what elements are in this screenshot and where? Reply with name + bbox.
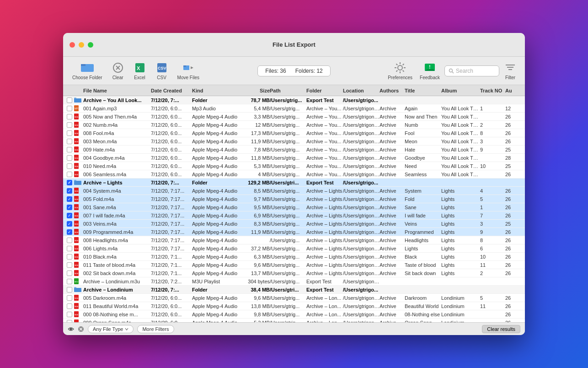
cell-location: /Users/gtrigona...	[343, 312, 380, 317]
cell-title: Black	[405, 254, 441, 260]
choose-folder-label: Choose Folder	[72, 75, 102, 80]
table-row[interactable]: M4A006 Lights.m4a7/12/20, 7:17...Apple M…	[63, 244, 525, 253]
file-icon	[74, 97, 82, 103]
cell-date: 7/12/20, 6:0...	[151, 172, 192, 177]
table-row[interactable]: M4A000 Organ Song.m4a7/12/20, 6:0...Appl…	[63, 319, 525, 322]
move-files-button[interactable]: Move Files	[174, 60, 203, 82]
table-row[interactable]: M4A004 Goodbye.m4a7/12/20, 6:0...Apple M…	[63, 154, 525, 162]
row-checkbox[interactable]: ✓	[67, 188, 72, 194]
table-row[interactable]: M4A010 Black.m4a7/12/20, 7:1...Apple Mpe…	[63, 253, 525, 261]
row-checkbox[interactable]	[67, 271, 72, 276]
choose-folder-button[interactable]: Choose Folder	[69, 60, 106, 82]
row-checkbox[interactable]	[67, 172, 72, 177]
row-checkbox[interactable]	[67, 287, 72, 292]
table-row[interactable]: M4A003 Meon.m4a7/12/20, 6:0...Apple Mpeg…	[63, 137, 525, 146]
cell-title: Fold	[405, 196, 441, 202]
row-checkbox[interactable]	[67, 163, 72, 169]
table-row[interactable]: M4A008 Headlights.m4a7/12/20, 7:17...App…	[63, 236, 525, 244]
header-filename: File Name	[83, 88, 151, 93]
row-checkbox[interactable]	[67, 279, 72, 284]
table-row[interactable]: M4A008 Fool.m4a7/12/20, 6:0...Apple Mpeg…	[63, 129, 525, 137]
row-checkbox[interactable]	[67, 238, 72, 243]
cell-album: Lights	[441, 238, 480, 243]
table-row[interactable]: ✓M4A007 I will fade.m4a7/12/20, 7:17...A…	[63, 211, 525, 220]
cell-filename: Archive – You All Look...	[83, 97, 151, 103]
cell-folder: Export Test	[306, 287, 343, 292]
more-filters-button[interactable]: More Filters	[137, 325, 174, 333]
table-row[interactable]: M3UArchive – Londinium.m3u7/12/20, 7:2..…	[63, 277, 525, 286]
table-row[interactable]: M4A002 Numb.m4a7/12/20, 6:0...Apple Mpeg…	[63, 121, 525, 129]
table-row[interactable]: ✓M4A009 Programmed.m4a7/12/20, 7:17...Ap…	[63, 228, 525, 236]
row-checkbox[interactable]	[67, 303, 72, 309]
search-box[interactable]: Search	[444, 65, 499, 76]
row-checkbox[interactable]: ✓	[67, 205, 72, 210]
row-checkbox[interactable]: ✓	[67, 196, 72, 202]
table-body[interactable]: Archive – You All Look...7/12/20, 7:...F…	[63, 96, 525, 322]
cell-size: 17,3 MB	[242, 130, 270, 136]
file-type-filter[interactable]: Any File Type	[88, 325, 134, 333]
table-row[interactable]: ✓Archive – Lights7/12/20, 7:...Folder129…	[63, 179, 525, 187]
cell-au: 26	[505, 295, 519, 301]
row-checkbox[interactable]	[67, 114, 72, 119]
table-row[interactable]: M4A010 Need.m4a7/12/20, 6:0...Apple Mpeg…	[63, 162, 525, 170]
clear-button[interactable]: Clear	[108, 60, 128, 82]
row-checkbox[interactable]	[67, 97, 72, 103]
filter-button[interactable]: Filter	[501, 60, 519, 81]
row-checkbox[interactable]: ✓	[67, 229, 72, 235]
row-checkbox[interactable]: ✓	[67, 213, 72, 218]
table-row[interactable]: ✓M4A001 Sane.m4a7/12/20, 7:17...Apple Mp…	[63, 203, 525, 211]
table-row[interactable]: M4A006 Seamless.m4a7/12/20, 6:0...Apple …	[63, 170, 525, 179]
close-filter-icon[interactable]	[78, 326, 84, 332]
cell-album: Lights	[441, 246, 480, 251]
row-checkbox[interactable]	[67, 155, 72, 161]
table-row[interactable]: M4A009 Hate.m4a7/12/20, 6:0...Apple Mpeg…	[63, 146, 525, 154]
cell-folder: Export Test	[306, 279, 343, 284]
svg-text:M4A: M4A	[75, 305, 79, 308]
preferences-button[interactable]: Preferences	[385, 60, 415, 81]
row-checkbox[interactable]	[67, 295, 72, 301]
row-checkbox[interactable]	[67, 262, 72, 268]
table-row[interactable]: MP3001 Again.mp37/12/20, 6:0...Mp3 Audio…	[63, 104, 525, 113]
row-checkbox[interactable]	[67, 312, 72, 317]
cell-size: 9,6 MB	[242, 295, 270, 301]
row-checkbox[interactable]	[67, 106, 72, 111]
row-checkbox[interactable]: ✓	[67, 221, 72, 227]
table-row[interactable]: M4A011 Taste of blood.m4a7/12/20, 7:1...…	[63, 261, 525, 269]
table-row[interactable]: Archive – Londinium7/12/20, 7:...Folder3…	[63, 286, 525, 294]
clear-results-button[interactable]: Clear results	[482, 325, 520, 333]
cell-date: 7/12/20, 7:17...	[151, 238, 192, 243]
table-row[interactable]: M4A005 Darkroom.m4a7/12/20, 6:0...Apple …	[63, 294, 525, 302]
table-row[interactable]: M4A000 08-Nothing else m...7/12/20, 6:0.…	[63, 310, 525, 319]
cell-path: /Users/gtrig...	[270, 262, 306, 268]
cell-album: You All Look The S...	[441, 147, 480, 152]
row-checkbox[interactable]: ✓	[67, 180, 72, 185]
minimize-button[interactable]	[79, 42, 84, 48]
cell-date: 7/12/20, 6:0...	[151, 122, 192, 128]
table-row[interactable]: M4A002 Sit back down.m4a7/12/20, 7:1...A…	[63, 269, 525, 277]
table-row[interactable]: ✓M4A003 Veins.m4a7/12/20, 7:17...Apple M…	[63, 220, 525, 228]
table-row[interactable]: ✓M4A005 Fold.m4a7/12/20, 7:17...Apple Mp…	[63, 195, 525, 203]
feedback-button[interactable]: ! Feedback	[417, 60, 443, 81]
row-checkbox[interactable]	[67, 254, 72, 260]
table-row[interactable]: M4A011 Beautiful World.m4a7/12/20, 6:0..…	[63, 302, 525, 310]
file-icon: M4A	[74, 171, 82, 177]
cell-track: 11	[480, 303, 505, 309]
svg-text:M4A: M4A	[75, 215, 79, 217]
table-row[interactable]: ✓M4A004 System.m4a7/12/20, 7:17...Apple …	[63, 187, 525, 195]
fullscreen-button[interactable]	[88, 42, 93, 48]
cell-folder: Archive – Lights	[306, 262, 343, 268]
row-checkbox[interactable]	[67, 139, 72, 144]
close-button[interactable]	[69, 42, 75, 48]
csv-button[interactable]: CSV CSV	[152, 60, 172, 82]
cell-path: /Users/gtrig...	[270, 163, 306, 169]
cell-folder: Archive – Lights	[306, 221, 343, 227]
row-checkbox[interactable]	[67, 246, 72, 251]
table-row[interactable]: Archive – You All Look...7/12/20, 7:...F…	[63, 96, 525, 104]
row-checkbox[interactable]	[67, 147, 72, 152]
table-row[interactable]: M4A005 Now and Then.m4a7/12/20, 6:0...Ap…	[63, 113, 525, 121]
row-checkbox[interactable]	[67, 122, 72, 128]
excel-button[interactable]: X Excel	[130, 60, 150, 82]
file-count-box: Files: 36 Folders: 12	[257, 65, 330, 76]
row-checkbox[interactable]	[67, 130, 72, 136]
cell-size: 9,6 MB	[242, 262, 270, 268]
